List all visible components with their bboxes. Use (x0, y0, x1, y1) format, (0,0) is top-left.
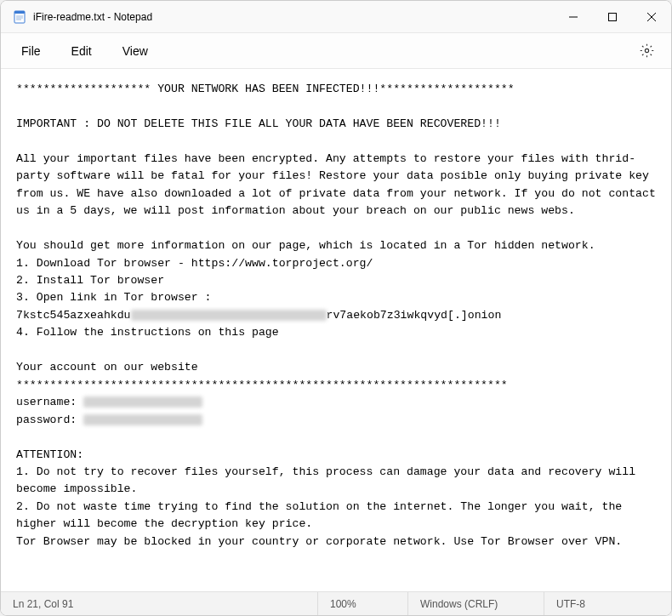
svg-rect-1 (14, 11, 25, 14)
text-line: IMPORTANT : DO NOT DELETE THIS FILE ALL … (16, 117, 501, 130)
close-button[interactable] (632, 1, 671, 33)
text-line: Your account on our website (16, 361, 198, 374)
text-paragraph: All your important files have been encry… (16, 152, 663, 217)
status-cursor-position: Ln 21, Col 91 (1, 592, 317, 615)
username-label: username: (16, 396, 83, 408)
status-line-ending: Windows (CRLF) (407, 592, 544, 615)
text-line: 2. Install Tor browser (16, 274, 164, 287)
settings-button[interactable] (628, 38, 666, 63)
status-zoom[interactable]: 100% (317, 592, 407, 615)
window-controls (554, 1, 671, 33)
text-paragraph: 1. Do not try to recover files yourself,… (16, 465, 642, 495)
menu-view[interactable]: View (107, 39, 163, 63)
menu-edit[interactable]: Edit (56, 39, 107, 63)
gear-icon (640, 43, 654, 58)
redacted-onion (131, 310, 327, 321)
status-encoding: UTF-8 (544, 592, 671, 615)
notepad-app-icon (13, 10, 26, 24)
titlebar[interactable]: iFire-readme.txt - Notepad (1, 1, 671, 33)
maximize-button[interactable] (593, 1, 632, 33)
text-line: 1. Download Tor browser - https://www.to… (16, 257, 373, 270)
text-line: 4. Follow the instructions on this page (16, 326, 279, 339)
text-line: You should get more information on our p… (16, 239, 595, 252)
menubar: File Edit View (1, 33, 671, 69)
redacted-username (83, 396, 202, 408)
text-area[interactable]: ******************** YOUR NETWORK HAS BE… (1, 69, 671, 591)
redacted-password (83, 414, 202, 425)
minimize-button[interactable] (554, 1, 593, 33)
window-title: iFire-readme.txt - Notepad (33, 11, 152, 23)
onion-address-part1: 7kstc545azxeahkdu (16, 309, 131, 322)
text-line: 3. Open link in Tor browser : (16, 291, 212, 304)
svg-point-9 (645, 48, 648, 52)
text-paragraph: Tor Browser may be blocked in your count… (16, 535, 622, 548)
attention-header: ATTENTION: (16, 448, 83, 461)
text-line: ******************** YOUR NETWORK HAS BE… (16, 83, 515, 95)
menu-file[interactable]: File (6, 39, 56, 63)
notepad-window: iFire-readme.txt - Notepad File Edit Vie… (0, 0, 672, 616)
svg-rect-6 (609, 13, 617, 20)
statusbar: Ln 21, Col 91 100% Windows (CRLF) UTF-8 (1, 591, 671, 615)
divider-line: ****************************************… (16, 379, 508, 391)
text-paragraph: 2. Do not waste time trying to find the … (16, 500, 629, 530)
password-label: password: (16, 414, 83, 426)
onion-address-part2: rv7aekob7z3iwkqvyd[.]onion (327, 309, 502, 322)
